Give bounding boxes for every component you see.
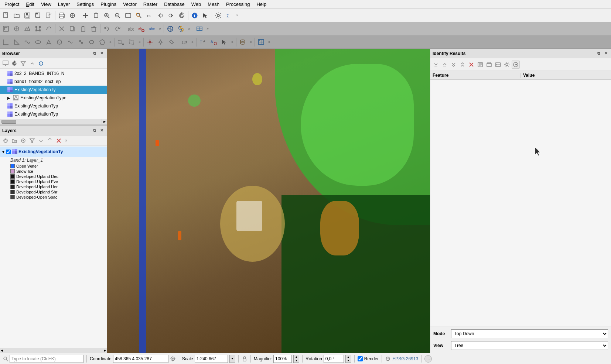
redo-button[interactable] [112, 24, 123, 34]
layer-expand-arrow[interactable]: ▼ [1, 150, 5, 154]
zoom-native-button[interactable]: 1:1 [144, 10, 155, 21]
zoom-next-button[interactable] [166, 10, 176, 21]
edit-features-button[interactable] [11, 24, 22, 34]
collapse-all-button[interactable] [46, 137, 54, 145]
label-button[interactable]: abc [125, 24, 136, 34]
db-more[interactable]: » [248, 37, 253, 47]
python-button[interactable]: Σ [224, 10, 234, 21]
toggle-editing-button[interactable] [1, 24, 11, 34]
zoom-in-button[interactable] [102, 10, 112, 21]
label-formatting-button[interactable]: A [208, 37, 219, 47]
label-rule-button[interactable]: abc [147, 24, 157, 34]
advanced-digitize-2[interactable] [11, 37, 22, 47]
browser-item-4[interactable]: ▶ ExistingVegetationType [0, 94, 107, 102]
browser-item-5[interactable]: ExistingVegetationTyp [0, 102, 107, 110]
menu-mesh[interactable]: Mesh [205, 1, 222, 8]
snapping-config-button[interactable] [156, 37, 166, 47]
browser-item-1[interactable]: 2x2_2_BANDS_INT16_N [0, 69, 107, 78]
render-checkbox[interactable] [358, 356, 363, 361]
advanced-digitize-3[interactable] [22, 37, 33, 47]
mode-select[interactable]: Top Down Current Layer Below Cursor [451, 329, 608, 338]
advanced-snap-button[interactable] [166, 37, 177, 47]
select-poly-button[interactable] [126, 37, 137, 47]
mesh-toolbox-button[interactable] [256, 37, 266, 47]
menu-help[interactable]: Help [253, 1, 269, 8]
collapse-browser-button[interactable] [28, 59, 36, 68]
browser-item-2[interactable]: band1_float32_noct_ep [0, 78, 107, 86]
lock-icon[interactable] [242, 356, 248, 362]
coordinate-input[interactable] [113, 355, 168, 363]
pan-to-selection-button[interactable] [91, 10, 101, 21]
collapse-tree-button[interactable] [441, 61, 449, 69]
menu-view[interactable]: View [38, 1, 54, 8]
toolbar4-extend[interactable]: » [205, 24, 210, 34]
advanced-digitize-7[interactable] [65, 37, 75, 47]
magnifier-input[interactable] [273, 355, 292, 363]
browser-item-6[interactable]: ExistingVegetationTyp [0, 110, 107, 118]
identify-help-button[interactable]: ? [512, 61, 520, 69]
menu-project[interactable]: Project [1, 1, 22, 8]
crs-value[interactable]: EPSG:26913 [392, 356, 418, 361]
identify-float-button[interactable]: ⧉ [596, 51, 602, 56]
view-select[interactable]: Tree Table Graph [451, 341, 608, 350]
identify-settings-button[interactable] [503, 61, 511, 69]
print-results-button[interactable] [485, 61, 493, 69]
layer-visibility-checkbox[interactable] [6, 150, 11, 154]
map-container[interactable] [107, 49, 430, 353]
select-button[interactable] [200, 10, 211, 21]
label-more[interactable]: » [230, 37, 235, 47]
menu-raster[interactable]: Raster [140, 1, 160, 8]
delete-selected-button[interactable] [89, 24, 99, 34]
cut-features-button[interactable] [57, 24, 67, 34]
selection-more[interactable]: » [137, 37, 142, 47]
snap-more[interactable]: » [190, 37, 195, 47]
python-plugins-button[interactable] [176, 24, 186, 34]
zoom-full-button[interactable] [123, 10, 133, 21]
browser-close-button[interactable]: ✕ [99, 51, 105, 56]
collapse-results-button[interactable] [458, 61, 467, 69]
layers-horiz-scroll[interactable]: ◀ ▶ [0, 348, 107, 353]
open-project-button[interactable] [11, 10, 22, 21]
toolbar2-extend[interactable]: » [157, 24, 163, 34]
undo-button[interactable] [102, 24, 112, 34]
toolbar1-extend[interactable]: » [235, 10, 240, 21]
locate-input[interactable] [10, 355, 83, 363]
sketch-button[interactable] [44, 24, 54, 34]
main-layer-item[interactable]: ▼ ExistingVegetationTy [0, 147, 107, 157]
menu-web[interactable]: Web [188, 1, 204, 8]
rotation-spinner[interactable]: ▲ ▼ [345, 355, 351, 363]
revert-button[interactable] [44, 10, 54, 21]
menu-plugins[interactable]: Plugins [98, 1, 119, 8]
filter-legend-button[interactable] [28, 137, 36, 145]
node-tool-button[interactable] [33, 24, 43, 34]
gps-icon[interactable] [170, 356, 176, 362]
advanced-digitize-10[interactable] [97, 37, 107, 47]
advanced-digitize-1[interactable] [1, 37, 11, 47]
cursor-select-button[interactable] [219, 37, 229, 47]
scale-input[interactable] [195, 355, 228, 363]
annotation-button[interactable]: T [198, 37, 208, 47]
menu-processing[interactable]: Processing [223, 1, 253, 8]
browser-resize-handle[interactable] [0, 124, 107, 126]
manage-map-themes-button[interactable] [19, 137, 27, 145]
db-manager-button[interactable] [238, 37, 248, 47]
layers-close-button[interactable]: ✕ [99, 128, 105, 134]
zoom-prev-button[interactable] [155, 10, 165, 21]
properties-browser-button[interactable]: i [37, 59, 45, 68]
messages-button[interactable]: … [424, 355, 432, 363]
rotation-input[interactable] [324, 355, 344, 363]
refresh-button[interactable] [177, 10, 187, 21]
menu-settings[interactable]: Settings [74, 1, 97, 8]
add-layer-layers-button[interactable] [1, 137, 10, 145]
copy-features-button[interactable] [67, 24, 78, 34]
zoom-out-button[interactable] [112, 10, 123, 21]
qgis-web-button[interactable] [165, 24, 175, 34]
paste-features-button[interactable] [78, 24, 88, 34]
advanced-digitize-6[interactable] [54, 37, 65, 47]
identify-button[interactable]: i [190, 10, 200, 21]
mesh-more[interactable]: » [267, 37, 272, 47]
scale-dropdown-button[interactable]: ▼ [229, 355, 235, 363]
advanced-digitize-5[interactable] [44, 37, 54, 47]
filter-browser-button[interactable] [19, 59, 27, 68]
toolbar3-extend[interactable]: » [187, 24, 192, 34]
